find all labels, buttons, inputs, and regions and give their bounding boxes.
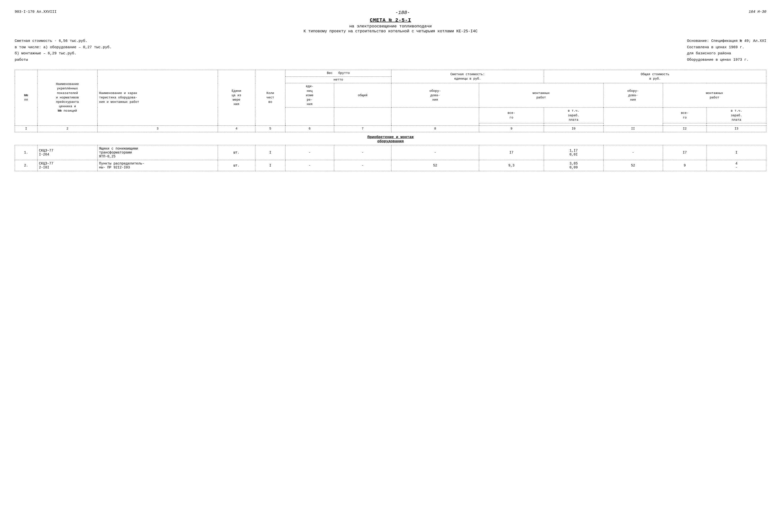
section-header-row: Приобретение и монтажоборудования [15,132,766,145]
col-header-12-zarab: в т.ч.зараб.плата [707,108,766,123]
col-header-1: №№пп [15,70,37,126]
colnum-6: 6 [285,125,334,132]
colnum-5: 5 [255,125,285,132]
subtitle2: К типовому проекту на строительство коте… [15,29,766,34]
col-header-9-zarab2 [544,123,603,125]
cost-line3: б) монтажные – 6,29 тыс.руб. [15,50,112,57]
col-header-5: Количество [255,70,285,126]
col-header-8b [391,108,479,126]
header-left: 903-I-170 Ал.XXVIII [15,10,56,14]
cost-line2: в том числе: а) оборудование – 0,27 тыс.… [15,44,112,51]
row1-col9b: 1,I70,0I [544,145,603,160]
col-header-8: обору-дова-ния [391,83,479,108]
cost-line4: работы [15,57,112,63]
basis-line: Основание: Спецификация № 49; Ал.XXI [687,38,766,44]
col-header-7: общий [334,83,391,108]
colnum-1: I [15,125,37,132]
col-header-montazh-total: монтажныхработ [663,83,766,108]
colnum-9: 9 [479,125,544,132]
col-header-total: Общая стоимостьв руб. [544,70,766,83]
row1-col7: - [334,145,391,160]
col-header-netto: нетто [285,77,391,83]
row1-num: 1. [15,145,37,160]
row2-col8: 52 [391,160,479,171]
col-header-4: Единица измерения [218,70,255,126]
subtitle1: на электроосвещение топливоподачи [15,24,766,29]
col-header-weight: Вес брутто [285,70,391,77]
main-title: СМЕТА № 2-5-I [15,17,766,23]
col-header-11-vsego: все-го [663,108,707,123]
row2-col12: 4- [707,160,766,171]
row1-col9a: I7 [479,145,544,160]
colnum-4: 4 [218,125,255,132]
row1-col11: I7 [663,145,707,160]
colnum-8: 8 [391,125,479,132]
col-header-9: монтажныхработ [479,83,603,108]
col-header-6a: еди-ницизмере-ния [285,83,334,108]
col-header-10b [603,108,663,126]
row2-col3: Пункты распределитель-ны- ПР 92I2-I03 [97,160,218,171]
row2-col9a: 9,3 [479,160,544,171]
colnum-10: I0 [544,125,603,132]
row1-col3: Ящики с понижающимитрансформаторамиЯТП-0… [97,145,218,160]
page-header: 903-I-170 Ал.XXVIII -188- 164 Н-30 [15,10,766,15]
table-header-row1: №№пп Наименованиеукреплённыхпоказателейи… [15,70,766,77]
col-header-3: Наименование и характеристика оборудова-… [97,70,218,126]
info-left: Сметная стоимость - 6,56 тыс.руб. в том … [15,38,112,63]
table-col-numbers: I 2 3 4 5 6 7 8 9 I0 II I2 I3 [15,125,766,132]
header-right: 164 Н-30 [749,10,766,14]
col-header-9-zarab: в т.ч.зараб.плата [544,108,603,123]
doc-number-right: 164 Н-30 [749,10,766,14]
row2-col5: I [255,160,285,171]
region-line: для базисного района [687,50,766,57]
row1-col8: - [391,145,479,160]
col-header-11b [663,123,707,125]
row1-col2: СКЦЭ-77I-264 [37,145,98,160]
main-table: №№пп Наименованиеукреплённыхпоказателейи… [15,70,766,171]
page-number: -188- [396,10,410,15]
header-center: -188- [396,10,410,15]
col-header-7b [334,108,391,126]
row2-col6: - [285,160,334,171]
col-header-9-vsego: все-го [479,108,544,123]
colnum-2: 2 [37,125,98,132]
row2-col10: 52 [603,160,663,171]
col-header-9-vsego2 [479,123,544,125]
colnum-11: II [603,125,663,132]
col-header-smetna: Сметная стоимость:единицы в руб. [391,70,544,83]
table-row: 2. СКЦЭ-772-I8I Пункты распределитель-ны… [15,160,766,171]
compiled-line: Составлена в ценах 1969 г. [687,44,766,51]
col-header-2: Наименованиеукреплённыхпоказателейи норм… [37,70,98,126]
colnum-13: I3 [707,125,766,132]
equip-price-line: Оборудование в ценах 1973 г. [687,57,766,63]
section-title: Приобретение и монтажоборудования [367,135,413,144]
doc-ref: 903-I-170 Ал.XXVIII [15,10,56,14]
title-block: СМЕТА № 2-5-I на электроосвещение топлив… [15,17,766,34]
colnum-3: 3 [97,125,218,132]
row1-col5: I [255,145,285,160]
row2-col11: 9 [663,160,707,171]
row1-col6: - [285,145,334,160]
row2-col7: - [334,160,391,171]
col-header-10: обору-дова-ния [603,83,663,108]
table-row: 1. СКЦЭ-77I-264 Ящики с понижающимитранс… [15,145,766,160]
row1-col4: шт. [218,145,255,160]
row2-num: 2. [15,160,37,171]
row1-col10: - [603,145,663,160]
section-header-text: Приобретение и монтажоборудования [15,132,766,145]
row2-col9b: 3,850,09 [544,160,603,171]
col-header-12b [707,123,766,125]
info-right: Основание: Спецификация № 49; Ал.XXI Сос… [687,38,766,63]
cost-line1: Сметная стоимость - 6,56 тыс.руб. [15,38,112,44]
colnum-12: I2 [663,125,707,132]
info-section: Сметная стоимость - 6,56 тыс.руб. в том … [15,38,766,63]
col-header-6b [285,108,334,126]
row2-col2: СКЦЭ-772-I8I [37,160,98,171]
colnum-7: 7 [334,125,391,132]
row1-col12: I [707,145,766,160]
row2-col4: шт. [218,160,255,171]
